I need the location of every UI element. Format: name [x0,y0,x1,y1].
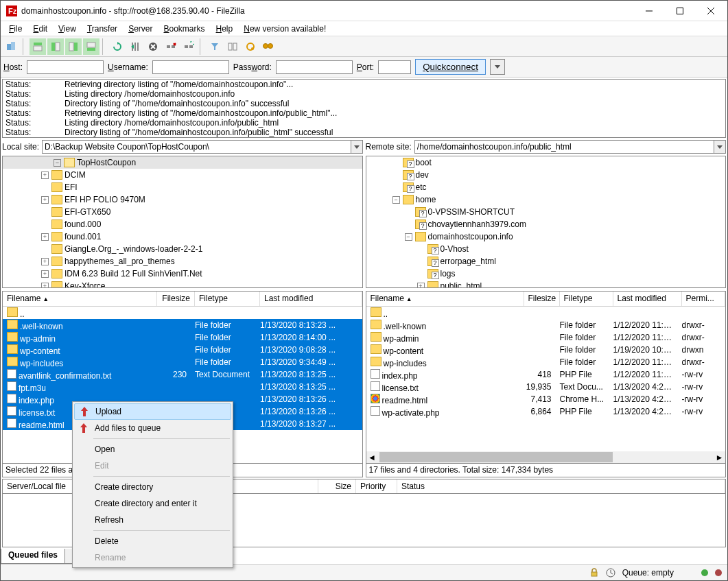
compare-icon[interactable] [224,38,241,55]
tree-item[interactable]: EFI [3,181,362,193]
ctx-upload[interactable]: Upload [74,403,231,420]
password-input[interactable] [276,60,353,74]
file-row[interactable]: wp-contentFile folder1/19/2020 10:0...dr… [366,344,726,356]
tree-item[interactable]: 0-VPSSIM-SHORTCUT [366,206,726,218]
tree-item[interactable]: dev [366,169,726,181]
quickconnect-dropdown[interactable] [490,59,505,75]
ctx-create-directory-enter[interactable]: Create directory and enter it [74,495,231,512]
col-permissions[interactable]: Permi... [682,292,726,306]
tree-item[interactable]: logs [366,268,726,280]
tree-item[interactable]: errorpage_html [366,255,726,268]
remote-path-combo[interactable] [414,140,726,154]
port-input[interactable] [378,60,411,74]
ctx-create-directory[interactable]: Create directory [74,479,231,495]
file-row[interactable]: wp-activate.php6,864PHP File1/13/2020 4:… [366,405,726,418]
chevron-down-icon[interactable] [351,141,362,153]
file-row[interactable]: .well-knownFile folder1/12/2020 11:5...d… [366,319,726,331]
tree-item[interactable]: +happythemes_all_pro_themes [3,255,362,268]
tree-item[interactable]: +DCIM [3,169,362,181]
tree-item[interactable]: +Key-Xforce [3,280,362,288]
tree-item[interactable]: +EFI HP FOLIO 9470M [3,193,362,206]
col-priority[interactable]: Priority [356,479,397,493]
col-size[interactable]: Size [318,479,356,493]
file-row[interactable]: avantlink_confirmation.txt230Text Docume… [3,368,362,381]
tree-item[interactable]: chovaytiennhanh3979.com [366,218,726,230]
file-row[interactable]: license.txt19,935Text Docu...1/13/2020 4… [366,381,726,393]
menu-view[interactable]: View [53,23,82,35]
search-icon[interactable] [260,38,277,55]
username-input[interactable] [152,60,229,74]
tree-item[interactable]: EFI-GTX650 [3,206,362,218]
col-filesize[interactable]: Filesize [524,292,560,306]
filter-icon[interactable] [207,38,223,55]
sync-browse-icon[interactable] [242,38,259,55]
maximize-button[interactable] [664,1,695,21]
menu-transfer[interactable]: Transfer [82,23,123,35]
local-path-combo[interactable] [42,140,362,154]
file-row[interactable]: .. [3,307,362,319]
file-row[interactable]: wp-adminFile folder1/13/2020 8:14:00 ... [3,331,362,344]
menu-server[interactable]: Server [123,23,158,35]
tree-item[interactable]: −home [366,193,726,206]
menu-edit[interactable]: Edit [27,23,53,35]
col-filename[interactable]: Filename▲ [3,292,157,306]
tree-item[interactable]: +IDM 6.23 Build 12 Full SinhVienIT.Net [3,268,362,280]
menu-help[interactable]: Help [211,23,239,35]
menu-bookmarks[interactable]: Bookmarks [158,23,210,35]
file-row[interactable]: .well-knownFile folder1/13/2020 8:13:23 … [3,319,362,331]
tree-item[interactable]: GiangLe.Org_-_windows-loader-2-2-1 [3,243,362,255]
ctx-refresh[interactable]: Refresh [74,512,231,528]
refresh-icon[interactable] [109,38,126,55]
tree-item[interactable]: +public_html [366,280,726,288]
tree-item[interactable]: −domainhostcoupon.info [366,230,726,243]
ctx-delete[interactable]: Delete [74,533,231,549]
process-queue-icon[interactable] [127,38,143,55]
remote-file-list[interactable]: Filename▲ Filesize Filetype Last modifie… [366,291,727,464]
tab-queued-files[interactable]: Queued files [1,549,65,564]
col-last-modified[interactable]: Last modified [260,292,362,306]
toggle-log-icon[interactable] [30,38,46,55]
message-log[interactable]: Status:Retrieving directory listing of "… [2,79,726,138]
col-filesize[interactable]: Filesize [157,292,195,306]
file-row[interactable]: index.php418PHP File1/12/2020 11:5...-rw… [366,368,726,381]
remote-path-input[interactable] [415,141,714,153]
chevron-down-icon[interactable] [714,141,725,153]
tree-item[interactable]: found.000 [3,218,362,230]
col-status[interactable]: Status [397,479,725,493]
horizontal-scrollbar[interactable]: ◄ ► [366,451,726,463]
col-filetype[interactable]: Filetype [195,292,260,306]
file-row[interactable]: wp-includesFile folder1/12/2020 11:5...d… [366,356,726,368]
col-last-modified[interactable]: Last modified [613,292,682,306]
file-row[interactable]: fpt.m3u1/13/2020 8:13:25 ... [3,381,362,393]
tree-item[interactable]: boot [366,156,726,169]
file-row[interactable]: wp-adminFile folder1/12/2020 11:5...drwx… [366,331,726,344]
local-tree[interactable]: −TopHostCoupon+DCIMEFI+EFI HP FOLIO 9470… [2,156,363,288]
file-row[interactable]: .. [366,307,726,319]
col-filename[interactable]: Filename▲ [366,292,524,306]
local-path-input[interactable] [43,141,350,153]
reconnect-icon[interactable] [180,38,197,55]
tree-item[interactable]: −TopHostCoupon [3,156,362,169]
minimize-button[interactable] [633,1,664,21]
remote-tree[interactable]: bootdevetc−home0-VPSSIM-SHORTCUTchovayti… [366,156,727,288]
disconnect-icon[interactable] [163,38,179,55]
close-button[interactable] [695,1,726,21]
menu-new-version[interactable]: New version available! [238,23,331,35]
menu-file[interactable]: File [3,23,27,35]
tree-item[interactable]: +found.001 [3,230,362,243]
tree-item[interactable]: etc [366,181,726,193]
col-filetype[interactable]: Filetype [560,292,613,306]
toggle-remote-tree-icon[interactable] [65,38,82,55]
ctx-open[interactable]: Open [74,441,231,458]
file-row[interactable]: wp-includesFile folder1/13/2020 9:34:49 … [3,356,362,368]
quickconnect-button[interactable]: Quickconnect [415,59,486,75]
cancel-icon[interactable] [145,38,161,55]
file-row[interactable]: readme.html7,413Chrome H...1/13/2020 4:2… [366,393,726,405]
ctx-add-to-queue[interactable]: Add files to queue [74,420,231,436]
toggle-queue-icon[interactable] [83,38,99,55]
toggle-tree-icon[interactable] [47,38,64,55]
host-input[interactable] [27,60,104,74]
site-manager-icon[interactable] [3,38,20,55]
tree-item[interactable]: 0-Vhost [366,243,726,255]
file-row[interactable]: wp-contentFile folder1/13/2020 9:08:28 .… [3,344,362,356]
